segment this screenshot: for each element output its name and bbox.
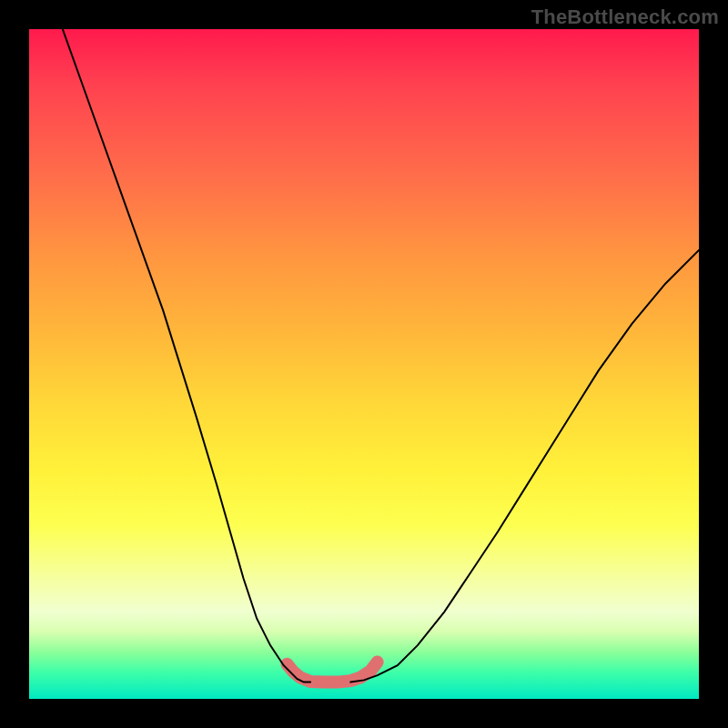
- watermark-text: TheBottleneck.com: [531, 5, 719, 29]
- chart-frame: TheBottleneck.com: [0, 0, 728, 728]
- curve-layer: [29, 29, 699, 699]
- right-curve: [350, 250, 699, 682]
- left-curve: [63, 29, 310, 682]
- trough-marker: [287, 662, 377, 682]
- plot-area: [29, 29, 699, 699]
